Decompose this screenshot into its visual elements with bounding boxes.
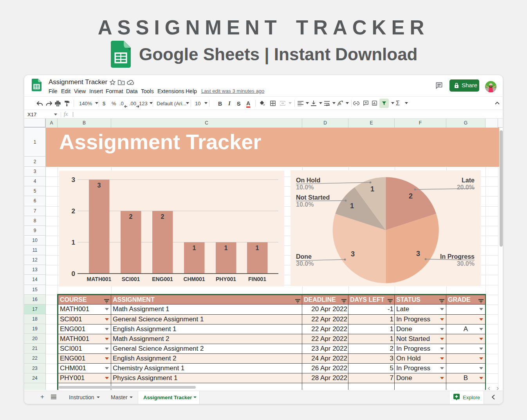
svg-text:10.0%: 10.0% bbox=[296, 184, 314, 191]
svg-text:20.0%: 20.0% bbox=[457, 184, 475, 191]
svg-text:ENG001: ENG001 bbox=[152, 276, 173, 282]
svg-text:PHY001: PHY001 bbox=[216, 276, 236, 282]
svg-text:FIN001: FIN001 bbox=[248, 276, 266, 282]
svg-text:3: 3 bbox=[72, 176, 75, 184]
svg-text:2: 2 bbox=[72, 207, 75, 215]
svg-text:1: 1 bbox=[224, 245, 228, 251]
svg-text:3: 3 bbox=[351, 250, 355, 258]
svg-text:2: 2 bbox=[161, 213, 164, 220]
svg-text:3: 3 bbox=[97, 182, 101, 189]
svg-text:10.0%: 10.0% bbox=[296, 201, 314, 208]
svg-text:Done: Done bbox=[296, 253, 312, 260]
svg-text:SCI001: SCI001 bbox=[122, 276, 140, 282]
svg-text:Late: Late bbox=[462, 177, 475, 184]
svg-text:30.0%: 30.0% bbox=[457, 260, 475, 267]
svg-text:2: 2 bbox=[409, 192, 413, 200]
svg-text:Not Started: Not Started bbox=[296, 194, 330, 201]
svg-text:On Hold: On Hold bbox=[296, 177, 320, 184]
svg-text:1: 1 bbox=[350, 202, 354, 210]
svg-text:1: 1 bbox=[193, 245, 196, 251]
svg-text:3: 3 bbox=[416, 250, 420, 258]
svg-text:MATH001: MATH001 bbox=[87, 276, 112, 282]
svg-text:1: 1 bbox=[370, 185, 374, 193]
svg-text:0: 0 bbox=[72, 270, 75, 278]
svg-text:A: A bbox=[339, 102, 341, 106]
svg-text:1: 1 bbox=[256, 245, 259, 251]
svg-text:1: 1 bbox=[72, 239, 75, 246]
svg-text:CHM001: CHM001 bbox=[183, 276, 205, 282]
svg-text:In Progress: In Progress bbox=[440, 253, 475, 260]
svg-text:2: 2 bbox=[129, 213, 133, 220]
svg-text:30.0%: 30.0% bbox=[296, 260, 314, 267]
